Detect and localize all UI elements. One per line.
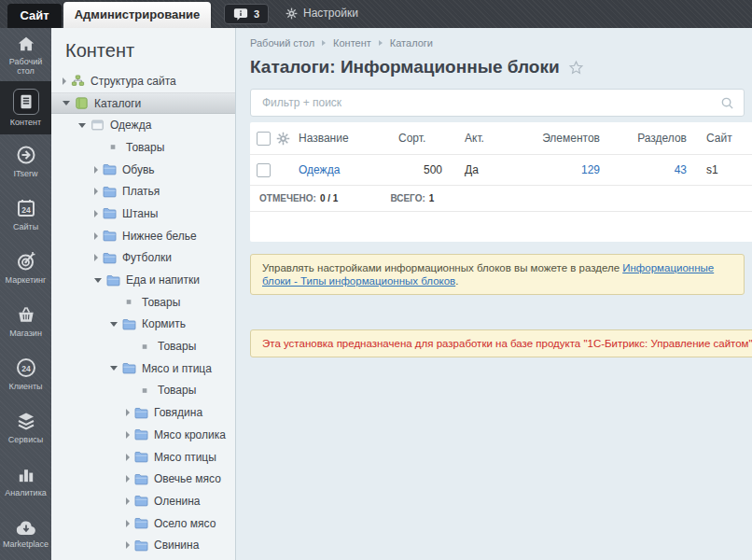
row-checkbox[interactable] [257,163,271,177]
tree-item-label: Мясо и птица [142,362,212,375]
notifications-button[interactable]: 3 [224,4,269,24]
sidebar-item-sites[interactable]: 24Сайты [0,188,51,241]
trial-warning-notice: Эта установка предназначена для разработ… [250,329,752,357]
sidebar-item-clients[interactable]: 24Клиенты [0,347,51,400]
tree-item[interactable]: Футболки [51,247,235,270]
cell-elem: 129 [530,163,602,176]
tree-item-label: Мясо кролика [154,428,226,441]
chevron-right-icon[interactable] [126,409,130,416]
chevron-down-icon[interactable] [63,101,70,105]
sidebar-item-marketplace[interactable]: Marketplace [0,507,51,560]
tree-item-label: Осело мясо [154,517,216,530]
basket-icon [15,304,37,326]
tree-item-label: Оленина [154,495,201,508]
tree-item[interactable]: Мясо и птица [51,357,235,380]
tree-item[interactable]: Мясо кролика [51,424,235,446]
folder-icon [122,362,136,374]
tree-item[interactable]: Одежда [51,114,235,136]
chevron-down-icon[interactable] [110,322,118,327]
selected-count-label: ОТМЕЧЕНО: [259,193,316,203]
tree-item[interactable]: Свинина [51,534,235,556]
cell-elem-link[interactable]: 129 [581,163,600,176]
chevron-down-icon[interactable] [94,278,102,283]
tree-item[interactable]: Оленина [51,490,235,512]
tab-admin[interactable]: Администрирование [63,2,211,28]
chevron-right-icon[interactable] [126,431,130,439]
sidebar-item-label: Контент [10,118,41,127]
settings-button[interactable]: Настройки [285,7,358,20]
folder-icon [134,473,148,485]
chevron-right-icon[interactable] [94,166,98,174]
column-header-sect: Разделов [602,132,689,145]
tree-item[interactable]: Штаны [51,203,235,225]
tree-item-label: Одежда [110,119,151,132]
chevron-right-icon[interactable] [63,77,66,85]
chevron-right-icon[interactable] [94,254,98,261]
info-notice-suffix: . [455,275,458,287]
tree-item[interactable]: Кормить [51,314,235,336]
tree-item[interactable]: Осело мясо [51,512,235,535]
breadcrumb-link[interactable]: Каталоги [390,37,433,49]
tree-item-label: Овечье мясо [154,472,221,485]
page-title: Каталоги: Информационные блоки [250,57,752,77]
tree-item[interactable]: Мясо птицы [51,446,235,469]
sidebar-item-analytics[interactable]: Аналитика [0,454,51,507]
breadcrumb-separator-icon [379,40,383,46]
main-content: Рабочий столКонтентКаталоги Каталоги: Ин… [236,28,752,560]
chevron-down-icon[interactable] [78,123,86,128]
tree-item-label: Товары [158,340,196,353]
bullet-icon [106,141,120,153]
folder-icon [134,539,148,552]
grid-settings-gear-icon[interactable] [276,132,299,146]
folder-icon [134,451,148,463]
tree-item[interactable]: Товары [51,335,235,357]
header-checkbox-cell [250,132,276,146]
chevron-right-icon[interactable] [126,541,130,549]
chevron-right-icon[interactable] [126,520,130,527]
cell-name-link[interactable]: Одежда [299,163,340,176]
cell-name: Одежда [299,163,395,176]
sidebar-item-marketing[interactable]: Маркетинг [0,241,51,294]
tree-item[interactable]: Каталоги [51,92,235,115]
tree-item-label: Еда и напитки [126,273,200,287]
tree-item[interactable]: Еда и напитки [51,269,235,291]
tree-item-label: Обувь [122,163,155,176]
column-header-site: Сайт [689,132,752,145]
favorite-star-icon[interactable] [568,60,584,76]
tab-site[interactable]: Сайт [7,4,62,28]
breadcrumb-link[interactable]: Контент [333,37,371,49]
tree-item[interactable]: Нижнее белье [51,225,235,247]
sidebar-item-label: Магазин [9,329,42,338]
tree-item[interactable]: Структура сайта [51,70,235,92]
cell-sect-link[interactable]: 43 [675,163,687,176]
selected-count-value: 0 / 1 [320,193,338,203]
chevron-right-icon[interactable] [126,475,130,483]
sidebar-item-content[interactable]: Контент [0,81,51,134]
tree-item[interactable]: Овечье мясо [51,468,235,490]
chevron-right-icon[interactable] [94,232,98,240]
breadcrumb-link[interactable]: Рабочий стол [250,37,314,49]
tree-item[interactable]: Платья [51,180,235,203]
folder-icon [122,318,136,330]
select-all-checkbox[interactable] [257,132,271,146]
tree-item[interactable]: Товары [51,380,235,402]
chevron-right-icon[interactable] [126,497,130,505]
chevron-right-icon[interactable] [126,454,130,461]
tree-item-label: Товары [158,384,196,397]
chevron-right-icon[interactable] [94,210,98,217]
folder-icon [103,207,117,219]
home-icon [15,34,37,54]
sidebar-item-shop[interactable]: Магазин [0,294,51,347]
chevron-down-icon[interactable] [110,366,118,371]
tree-item[interactable]: Обувь [51,159,235,181]
sidebar-item-desktop[interactable]: Рабочий стол [0,28,51,81]
chevron-right-icon[interactable] [94,188,98,195]
tree-item[interactable]: Говядина [51,401,235,424]
filter-search-input[interactable] [251,96,720,109]
sidebar-item-itserw[interactable]: ITserw [0,134,51,188]
search-icon[interactable] [720,96,734,110]
tree-item[interactable]: Товары [51,291,235,314]
tree-item[interactable]: Товары [51,136,235,159]
sidebar-item-services[interactable]: Сервисы [0,400,51,454]
column-header-sort: Сорт. [395,132,446,145]
